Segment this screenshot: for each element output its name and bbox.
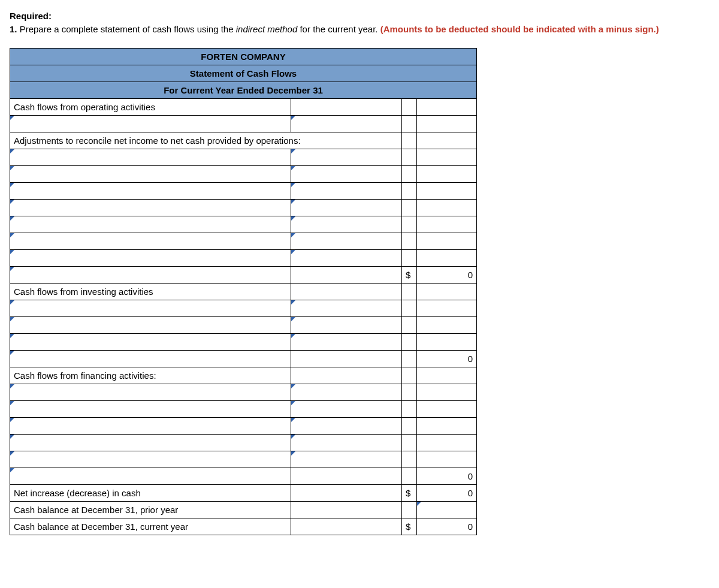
input-op-income-amount[interactable] — [291, 115, 402, 132]
input-fin-total-label[interactable] — [10, 468, 291, 484]
label-cfi: Cash flows from investing activities — [10, 283, 291, 300]
input-fin5-amount[interactable] — [291, 451, 402, 468]
input-adj5-amount[interactable] — [291, 216, 402, 233]
input-op-total-label[interactable] — [10, 266, 291, 283]
label-cfo: Cash flows from operating activities — [10, 98, 291, 115]
input-adj3-label[interactable] — [10, 182, 291, 199]
input-inv3-amount[interactable] — [291, 333, 402, 350]
cell-blank — [291, 266, 402, 283]
label-net-change: Net increase (decrease) in cash — [10, 484, 291, 501]
prompt-block: Required: 1. Prepare a complete statemen… — [10, 10, 709, 36]
value-current-balance: 0 — [417, 518, 477, 535]
prompt-text-a: Prepare a complete statement of cash flo… — [20, 24, 236, 34]
input-op-income-label[interactable] — [10, 115, 291, 132]
input-fin1-amount[interactable] — [291, 384, 402, 400]
input-adj5-label[interactable] — [10, 216, 291, 233]
label-current-balance: Cash balance at December 31, current yea… — [10, 518, 291, 535]
cell-blank — [291, 468, 402, 484]
prompt-red: (Amounts to be deducted should be indica… — [380, 24, 659, 34]
input-adj1-label[interactable] — [10, 149, 291, 165]
input-adj4-label[interactable] — [10, 199, 291, 216]
cell-blank — [402, 132, 417, 149]
input-fin3-amount[interactable] — [291, 417, 402, 434]
input-adj2-label[interactable] — [10, 165, 291, 182]
input-adj3-amount[interactable] — [291, 182, 402, 199]
label-cff: Cash flows from financing activities: — [10, 367, 291, 384]
cell-blank — [291, 350, 402, 367]
input-adj6-amount[interactable] — [291, 233, 402, 249]
input-fin1-label[interactable] — [10, 384, 291, 400]
value-net-change: 0 — [417, 484, 477, 501]
input-adj4-amount[interactable] — [291, 199, 402, 216]
prompt-text-b: for the current year. — [300, 24, 380, 34]
header-company: FORTEN COMPANY — [10, 48, 477, 65]
dollar-sign-current: $ — [402, 518, 417, 535]
prompt-italic: indirect method — [236, 24, 298, 34]
label-prior-balance: Cash balance at December 31, prior year — [10, 501, 291, 518]
cell-blank — [291, 98, 402, 115]
input-fin5-label[interactable] — [10, 451, 291, 468]
value-fin-total: 0 — [417, 468, 477, 484]
required-label: Required: — [10, 11, 52, 21]
question-number: 1. — [10, 24, 17, 34]
input-inv2-amount[interactable] — [291, 316, 402, 333]
cell-blank — [417, 132, 477, 149]
input-fin3-label[interactable] — [10, 417, 291, 434]
cell-blank — [402, 468, 417, 484]
dollar-sign-net: $ — [402, 484, 417, 501]
cell-blank — [402, 98, 417, 115]
input-inv1-label[interactable] — [10, 300, 291, 316]
input-adj1-amount[interactable] — [291, 149, 402, 165]
input-prior-balance[interactable] — [417, 501, 477, 518]
value-inv-total: 0 — [417, 350, 477, 367]
input-adj7-amount[interactable] — [291, 249, 402, 266]
cell-blank — [402, 350, 417, 367]
cell-blank — [417, 98, 477, 115]
input-adj6-label[interactable] — [10, 233, 291, 249]
input-inv1-amount[interactable] — [291, 300, 402, 316]
input-inv2-label[interactable] — [10, 316, 291, 333]
input-fin4-label[interactable] — [10, 434, 291, 451]
header-period: For Current Year Ended December 31 — [10, 82, 477, 98]
input-inv3-label[interactable] — [10, 333, 291, 350]
cell-blank — [402, 115, 417, 132]
input-fin4-amount[interactable] — [291, 434, 402, 451]
input-inv-total-label[interactable] — [10, 350, 291, 367]
value-op-total: 0 — [417, 266, 477, 283]
label-adjustments: Adjustments to reconcile net income to n… — [10, 132, 402, 149]
input-fin2-amount[interactable] — [291, 400, 402, 417]
cashflow-table: FORTEN COMPANY Statement of Cash Flows F… — [10, 48, 477, 535]
input-adj2-amount[interactable] — [291, 165, 402, 182]
input-adj7-label[interactable] — [10, 249, 291, 266]
dollar-sign-op: $ — [402, 266, 417, 283]
input-fin2-label[interactable] — [10, 400, 291, 417]
cell-blank — [417, 115, 477, 132]
header-title: Statement of Cash Flows — [10, 65, 477, 82]
